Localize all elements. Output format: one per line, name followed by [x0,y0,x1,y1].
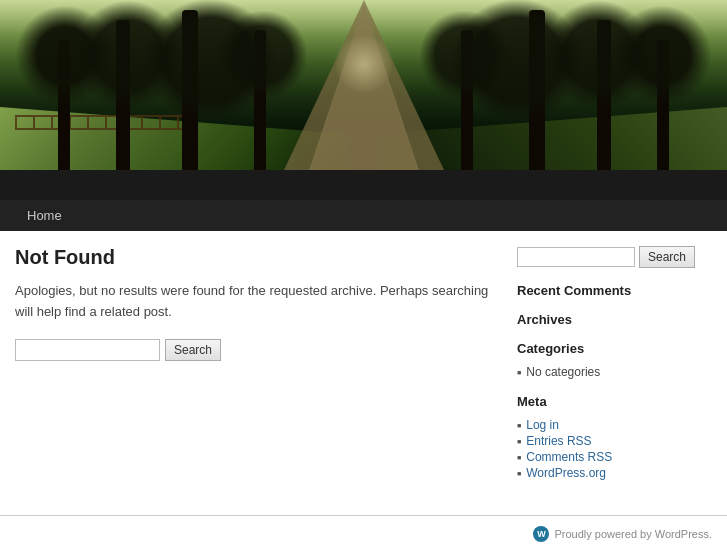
meta-title: Meta [517,394,712,409]
main-search-form: Search [15,339,497,361]
sidebar-categories: Categories No categories [517,341,712,380]
sidebar-meta: Meta Log in Entries RSS Comments RSS Wor… [517,394,712,481]
meta-list: Log in Entries RSS Comments RSS WordPres… [517,417,712,481]
list-item: WordPress.org [517,465,712,481]
meta-login-link[interactable]: Log in [526,418,559,432]
sidebar-archives: Archives [517,312,712,327]
content-wrapper: Not Found Apologies, but no results were… [0,231,727,515]
nav-link-home[interactable]: Home [15,200,74,231]
sidebar-search-button[interactable]: Search [639,246,695,268]
sidebar-search-form: Search [517,246,712,268]
footer-text: W Proudly powered by WordPress. [15,526,712,542]
recent-comments-title: Recent Comments [517,283,712,298]
header-image [0,0,727,170]
main-search-button[interactable]: Search [165,339,221,361]
page-title: Not Found [15,246,497,269]
sidebar: Search Recent Comments Archives Categori… [517,246,712,495]
main-search-input[interactable] [15,339,160,361]
not-found-description: Apologies, but no results were found for… [15,281,497,323]
categories-title: Categories [517,341,712,356]
list-item: Log in [517,417,712,433]
nav-item-home[interactable]: Home [15,200,74,231]
categories-list: No categories [517,364,712,380]
site-footer: W Proudly powered by WordPress. [0,515,727,545]
wordpress-logo-icon: W [533,526,549,542]
list-item: No categories [517,364,712,380]
meta-wordpress-org-link[interactable]: WordPress.org [526,466,606,480]
main-content: Not Found Apologies, but no results were… [15,246,517,495]
list-item: Comments RSS [517,449,712,465]
list-item: Entries RSS [517,433,712,449]
sidebar-search-input[interactable] [517,247,635,267]
footer-powered-by: Proudly powered by WordPress. [554,528,712,540]
archives-title: Archives [517,312,712,327]
meta-entries-rss-link[interactable]: Entries RSS [526,434,591,448]
meta-comments-rss-link[interactable]: Comments RSS [526,450,612,464]
main-nav: Home [0,200,727,231]
sidebar-recent-comments: Recent Comments [517,283,712,298]
category-no-categories: No categories [526,365,600,379]
site-header [0,0,727,200]
